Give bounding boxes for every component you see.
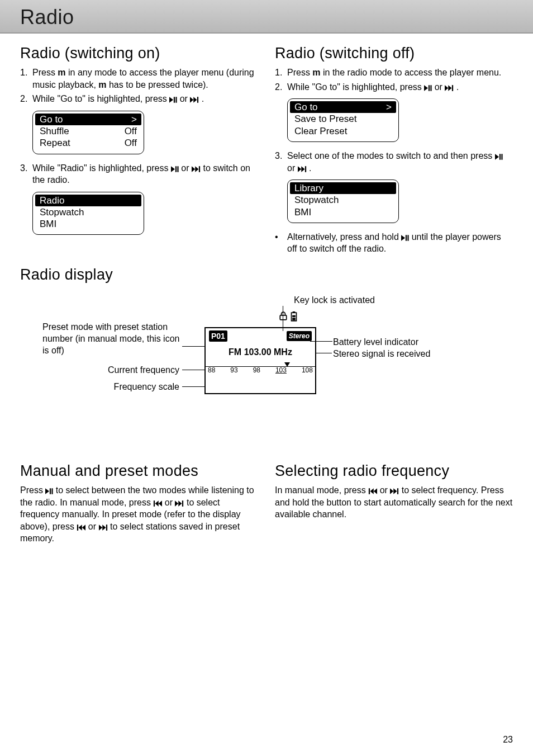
callout-stereo: Stereo signal is received: [333, 348, 430, 360]
page-title: Radio: [20, 6, 513, 29]
callout-battery: Battery level indicator: [333, 337, 418, 348]
section-heading-switching-on: Radio (switching on): [20, 45, 258, 62]
next-icon: [190, 97, 199, 103]
manual-preset-section: Manual and preset modes Press to select …: [20, 462, 258, 545]
steps-switching-on: 1.Press m in any mode to access the play…: [20, 67, 258, 105]
next-icon: [298, 166, 307, 172]
prev-icon: [153, 500, 162, 507]
page-number: 23: [503, 735, 513, 745]
section-heading-manual-preset: Manual and preset modes: [20, 462, 258, 480]
right-column: Radio (switching off) 1.Press m in the r…: [275, 45, 513, 255]
prev-icon: [77, 525, 85, 531]
next-icon: [445, 85, 454, 91]
play-pause-icon: [45, 488, 53, 494]
selecting-frequency-section: Selecting radio frequency In manual mode…: [275, 462, 513, 545]
next-icon: [99, 525, 108, 531]
player-menu-screen-3: Go to> Save to Preset Clear Preset: [287, 98, 399, 142]
prev-icon: [368, 488, 377, 494]
steps-switching-off: 1.Press m in the radio mode to access th…: [275, 67, 513, 93]
preset-indicator: P01: [209, 330, 227, 342]
frequency-scale: 88 93 98 103 108: [206, 366, 315, 375]
step-2: 2.While "Go to" is highlighted, press or…: [275, 81, 513, 93]
callout-scale: Frequency scale: [76, 381, 179, 393]
battery-icon: [291, 311, 297, 322]
step-1: 1.Press m in any mode to access the play…: [20, 67, 258, 91]
callout-preset: Preset mode with preset station number (…: [42, 322, 182, 356]
player-menu-screen-2: Radio Stopwatch BMI: [32, 192, 144, 235]
radio-lcd-screen: P01 Stereo FM 103.00 MHz 88 93 98 103 10…: [204, 327, 316, 394]
lock-icon: [279, 311, 287, 320]
radio-display-section: Radio display Key lock is activated Pres…: [0, 255, 533, 451]
play-pause-icon: [424, 85, 432, 91]
radio-display-figure: Key lock is activated Preset mode with p…: [20, 295, 513, 451]
step-3: 3.While "Radio" is highlighted, press or…: [20, 162, 258, 186]
stereo-indicator: Stereo: [287, 331, 312, 341]
next-icon: [192, 166, 201, 172]
player-menu-screen-4: Library Stopwatch BMI: [287, 179, 399, 223]
player-menu-screen-1: Go to> ShuffleOff RepeatOff: [32, 111, 144, 154]
callout-keylock: Key lock is activated: [294, 295, 375, 306]
next-icon: [390, 488, 399, 494]
steps-switching-off-cont: 3.Select one of the modes to switch to a…: [275, 150, 513, 174]
page-header: Radio: [0, 0, 533, 34]
step-1: 1.Press m in the radio mode to access th…: [275, 67, 513, 79]
section-heading-radio-display: Radio display: [20, 266, 513, 284]
manual-preset-body: Press to select between the two modes wh…: [20, 484, 258, 545]
step-2: 2.While "Go to" is highlighted, press or…: [20, 93, 258, 105]
section-heading-selecting-frequency: Selecting radio frequency: [275, 462, 513, 480]
play-pause-icon: [401, 235, 409, 241]
alternative-note: • Alternatively, press and hold until th…: [275, 231, 513, 255]
frequency-readout: FM 103.00 MHz: [206, 347, 315, 357]
section-heading-switching-off: Radio (switching off): [275, 45, 513, 62]
play-pause-icon: [171, 166, 179, 172]
next-icon: [175, 500, 184, 507]
step-3: 3.Select one of the modes to switch to a…: [275, 150, 513, 174]
steps-switching-on-cont: 3.While "Radio" is highlighted, press or…: [20, 162, 258, 186]
play-pause-icon: [495, 154, 503, 160]
selecting-frequency-body: In manual mode, press or to select frequ…: [275, 484, 513, 521]
callout-frequency: Current frequency: [76, 365, 179, 376]
play-pause-icon: [169, 97, 177, 103]
left-column: Radio (switching on) 1.Press m in any mo…: [20, 45, 258, 255]
